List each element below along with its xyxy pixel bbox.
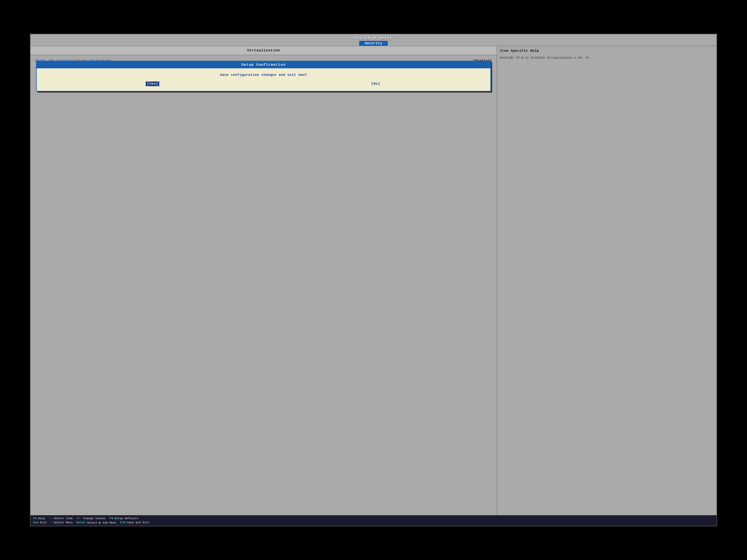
key-leftright: ↔ — [51, 521, 53, 524]
status-plusminus: +/- Change Values — [76, 517, 106, 520]
key-esc: Esc — [33, 521, 39, 524]
status-enter: Enter Select ▶ Sub-Menu — [76, 521, 117, 524]
status-f10: F10 Save and Exit — [120, 521, 149, 524]
desc-select-item: Select Item — [54, 517, 73, 520]
desc-setup-defaults: Setup Defaults — [114, 517, 138, 520]
confirmation-dialog: Setup Confirmation Save configuration ch… — [36, 61, 491, 91]
main-content: Virtualization Intel (R) Virtualization … — [30, 46, 717, 515]
bios-title: ThinkPad Setup — [30, 36, 717, 41]
bios-screen: ThinkPad Setup Security Virtualization I… — [30, 34, 717, 527]
section-label: Security — [359, 41, 388, 46]
desc-help: Help — [38, 517, 45, 520]
status-f9: F9 Setup Defaults — [109, 517, 138, 520]
status-row-1: F1 Help ↑↓ Select Item +/- Change Values… — [33, 517, 714, 520]
title-bar: ThinkPad Setup Security — [30, 34, 717, 46]
status-row-2: Esc Exit ↔ Select Menu Enter Select ▶ Su… — [33, 521, 714, 524]
dialog-title-bar: Setup Confirmation — [37, 61, 490, 68]
status-f1: F1 Help — [33, 517, 45, 520]
status-bar: F1 Help ↑↓ Select Item +/- Change Values… — [30, 515, 717, 526]
desc-select-menu: Select Menu — [54, 521, 73, 524]
desc-exit: Exit — [40, 521, 47, 524]
panel-header-text: Virtualization — [247, 48, 280, 53]
status-arrows: ↑↓ Select Item — [49, 517, 73, 520]
key-updown: ↑↓ — [49, 517, 53, 520]
dialog-title: Setup Confirmation — [241, 63, 286, 67]
status-esc: Esc Exit — [33, 521, 47, 524]
key-f10: F10 — [120, 521, 126, 524]
key-enter: Enter — [76, 521, 86, 524]
right-panel: Item Specific Help Intel(R) VT-d is Inte… — [497, 46, 717, 515]
left-panel: Virtualization Intel (R) Virtualization … — [30, 46, 497, 515]
desc-change-values: Change Values — [83, 517, 106, 520]
status-leftright: ↔ Select Menu — [51, 521, 73, 524]
key-f1: F1 — [33, 517, 37, 520]
panel-header: Virtualization — [30, 46, 497, 55]
desc-select-submenu: Select ▶ Sub-Menu — [87, 521, 117, 524]
dialog-buttons: [Yes] [No] — [41, 81, 487, 86]
help-text: Intel(R) VT-d is Intel(R) Virtualization… — [500, 55, 714, 60]
panel-body: Intel (R) Virtualization Technology [Ena… — [30, 55, 497, 515]
dialog-message: Save configuration changes and exit now? — [41, 73, 487, 77]
yes-button[interactable]: [Yes] — [146, 81, 159, 86]
desc-save-exit: Save and Exit — [127, 521, 150, 524]
key-f9: F9 — [109, 517, 113, 520]
key-plusminus: +/- — [76, 517, 82, 520]
dialog-body: Save configuration changes and exit now?… — [37, 68, 490, 91]
help-title: Item Specific Help — [500, 49, 714, 53]
no-button[interactable]: [No] — [370, 81, 381, 86]
